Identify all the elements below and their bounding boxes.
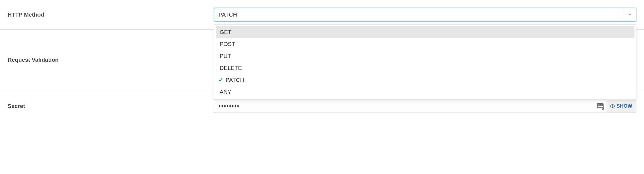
- request-validation-label: Request Validation: [8, 57, 214, 63]
- show-secret-button[interactable]: SHOW: [606, 100, 636, 113]
- dropdown-item-any[interactable]: ✓ ANY: [216, 86, 634, 98]
- dropdown-item-put[interactable]: ✓ PUT: [216, 50, 634, 62]
- secret-input[interactable]: ••••••••: [214, 102, 596, 110]
- dropdown-item-get[interactable]: ✓ GET: [216, 26, 634, 38]
- secret-field-col: •••••••• 3 SHOW: [214, 99, 636, 113]
- show-secret-label: SHOW: [617, 103, 632, 109]
- http-method-dropdown: ✓ GET ✓ POST ✓ PUT ✓ DELETE ✓ PATCH ✓ AN…: [214, 24, 636, 100]
- svg-point-2: [598, 105, 599, 105]
- dropdown-item-label: PUT: [220, 53, 231, 59]
- svg-point-7: [612, 105, 613, 107]
- http-method-label: HTTP Method: [8, 11, 214, 18]
- dropdown-item-label: POST: [220, 41, 235, 47]
- dropdown-item-post[interactable]: ✓ POST: [216, 38, 634, 50]
- password-manager-icon[interactable]: 3: [596, 101, 605, 111]
- svg-rect-1: [598, 106, 603, 107]
- dropdown-item-delete[interactable]: ✓ DELETE: [216, 62, 634, 74]
- dropdown-item-label: GET: [220, 29, 231, 35]
- eye-icon: [610, 104, 615, 108]
- http-method-select[interactable]: PATCH: [214, 8, 636, 21]
- http-method-row: HTTP Method PATCH ✓ GET ✓ POST ✓ PUT ✓: [0, 0, 644, 30]
- http-method-field: PATCH ✓ GET ✓ POST ✓ PUT ✓ DELETE: [214, 8, 636, 21]
- dropdown-item-patch[interactable]: ✓ PATCH: [216, 74, 634, 86]
- dropdown-item-label: ANY: [220, 89, 231, 95]
- secret-label: Secret: [8, 103, 214, 109]
- http-method-select-value: PATCH: [214, 11, 624, 18]
- svg-text:3: 3: [602, 108, 603, 110]
- svg-point-3: [599, 105, 600, 105]
- svg-point-4: [601, 105, 601, 105]
- dropdown-item-label: DELETE: [220, 65, 242, 71]
- check-icon: ✓: [219, 77, 225, 83]
- dropdown-item-label: PATCH: [226, 77, 244, 83]
- chevron-down-icon[interactable]: [624, 8, 636, 21]
- secret-input-wrapper: •••••••• 3 SHOW: [214, 99, 636, 113]
